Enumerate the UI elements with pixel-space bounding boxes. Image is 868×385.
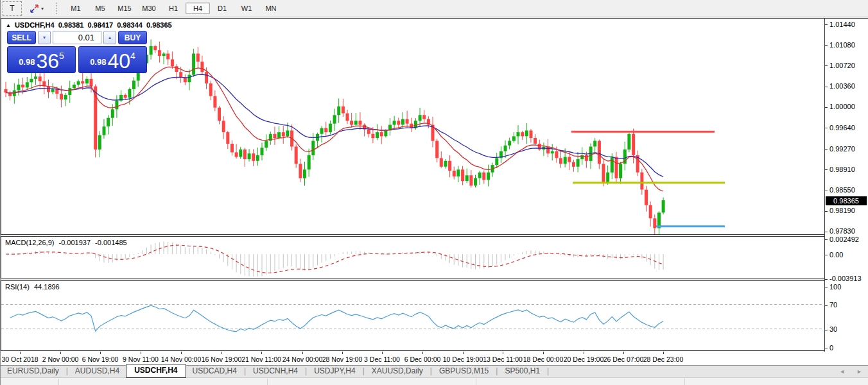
candle-body xyxy=(577,159,580,167)
tab-audusd-h4[interactable]: AUDUSD,H4 xyxy=(69,365,126,377)
candle-body xyxy=(153,46,157,50)
candle-body xyxy=(273,134,277,138)
tab-scroll-controls: ◄ ► xyxy=(839,368,862,375)
buy-price-big: 40 xyxy=(107,52,130,71)
time-tick-label: 16 Nov 19:00 xyxy=(202,355,241,363)
price-tick xyxy=(825,169,828,170)
macd-indicator-panel[interactable]: MACD(12,26,9) -0.001937 -0.001485 xyxy=(1,236,824,278)
timeframe-button-m30[interactable]: M30 xyxy=(137,3,161,14)
status-strip xyxy=(1,377,868,385)
time-tick xyxy=(623,352,624,354)
tab-usdjpy-h4[interactable]: USDJPY,H4 xyxy=(308,365,361,377)
tab-usdcad-h4[interactable]: USDCAD,H4 xyxy=(186,365,243,377)
time-tick-label: 9 Nov 11:00 xyxy=(123,355,159,363)
chart-title: ▲ USDCHF,H4 0.98381 0.98417 0.98344 0.98… xyxy=(6,21,172,29)
candle-body xyxy=(166,54,169,60)
tab-eurusd-daily[interactable]: EURUSD,Daily xyxy=(1,365,65,377)
lot-increase-button[interactable]: ▴ xyxy=(103,31,116,44)
tab-usdcnh-h4[interactable]: USDCNH,H4 xyxy=(247,365,304,377)
candle-body xyxy=(192,54,195,75)
time-axis[interactable]: 30 Oct 20182 Nov 00:006 Nov 19:009 Nov 1… xyxy=(1,352,868,365)
price-tick-label: 1.00360 xyxy=(829,82,855,90)
chevron-down-icon: ▾ xyxy=(41,6,44,12)
tab-usdchf-h4[interactable]: USDCHF,H4 xyxy=(126,364,186,378)
buy-price-button[interactable]: 0.98 40 4 xyxy=(78,46,147,73)
time-tick-label: 20 Dec 19:00 xyxy=(564,355,603,363)
candle-body xyxy=(384,130,387,136)
lot-decrease-button[interactable]: ▾ xyxy=(38,31,51,44)
candle-body xyxy=(47,87,50,92)
price-tick-label: 0.98550 xyxy=(829,186,855,194)
candle-body xyxy=(30,79,33,82)
price-tick-label: 1.01080 xyxy=(829,41,855,49)
timeframe-button-w1[interactable]: W1 xyxy=(234,3,259,14)
timeframe-button-h1[interactable]: H1 xyxy=(161,3,186,14)
candle-body xyxy=(602,164,605,182)
time-tick-label: 30 Oct 2018 xyxy=(1,355,38,363)
candle-body xyxy=(508,141,511,146)
price-axis[interactable]: 0.98365 1.014401.010801.007201.003601.00… xyxy=(824,18,868,352)
timeframe-button-mn[interactable]: MN xyxy=(259,3,283,14)
current-price-badge: 0.98365 xyxy=(826,196,867,205)
rsi-tick-label: 0 xyxy=(829,344,833,352)
price-tick-label: 1.01440 xyxy=(829,21,855,28)
time-tick xyxy=(261,352,262,354)
candle-body xyxy=(26,82,29,87)
time-tick xyxy=(382,352,383,354)
rsi-tick xyxy=(825,287,828,287)
timeframe-button-m15[interactable]: M15 xyxy=(112,3,137,14)
scroll-right-icon[interactable]: ► xyxy=(856,368,862,375)
candle-body xyxy=(645,190,648,205)
price-tick xyxy=(825,149,828,150)
candle-body xyxy=(243,150,247,159)
candle-body xyxy=(81,81,84,84)
tab-sp500-h1[interactable]: SP500,H1 xyxy=(498,365,546,377)
candle-body xyxy=(619,164,622,178)
arrow-objects-button[interactable]: ▾ xyxy=(23,2,50,15)
status-separator xyxy=(684,379,685,385)
scroll-left-icon[interactable]: ◄ xyxy=(839,368,845,375)
candle-body xyxy=(282,132,285,136)
candle-body xyxy=(598,141,601,164)
sell-price-button[interactable]: 0.98 36 5 xyxy=(7,46,76,73)
time-tick-label: 28 Dec 23:00 xyxy=(643,355,683,363)
time-tick xyxy=(584,352,584,354)
timeframe-button-d1[interactable]: D1 xyxy=(210,3,234,14)
time-tick-label: 28 Nov 19:00 xyxy=(322,355,362,363)
sell-button[interactable]: SELL xyxy=(7,31,36,44)
lot-size-input[interactable]: 0.01 xyxy=(53,31,101,44)
price-chart-panel[interactable]: ▲ USDCHF,H4 0.98381 0.98417 0.98344 0.98… xyxy=(1,18,824,235)
macd-histogram xyxy=(6,242,663,277)
buy-price-base: 0.98 xyxy=(90,57,106,67)
price-tick-label: 0.97830 xyxy=(829,227,855,235)
candle-body xyxy=(376,132,379,138)
price-tick-label: 0.99270 xyxy=(829,145,855,153)
timeframe-button-h4[interactable]: H4 xyxy=(186,3,210,14)
price-tick xyxy=(825,128,828,128)
buy-price-pip: 4 xyxy=(130,51,135,61)
timeframe-button-m5[interactable]: M5 xyxy=(88,3,112,14)
candle-body xyxy=(559,158,562,164)
rsi-tick-label: 70 xyxy=(829,301,837,309)
candle-body xyxy=(265,141,268,148)
buy-button[interactable]: BUY xyxy=(118,31,147,44)
candle-body xyxy=(525,130,528,136)
tab-xauusd-daily[interactable]: XAUUSD,Daily xyxy=(365,365,430,377)
candle-body xyxy=(311,141,315,155)
candle-body xyxy=(453,171,456,176)
candle-body xyxy=(303,169,306,178)
candle-body xyxy=(85,79,89,83)
candle-body xyxy=(495,158,498,165)
candle-body xyxy=(21,85,24,88)
rsi-indicator-panel[interactable]: RSI(14) 44.1896 xyxy=(1,280,824,351)
tab-gbpusd-m15[interactable]: GBPUSD,M15 xyxy=(433,365,495,377)
time-tick xyxy=(342,352,343,354)
toolbar-grip[interactable] xyxy=(56,3,60,14)
time-tick-label: 3 Dec 11:00 xyxy=(364,355,400,363)
candle-body xyxy=(51,89,55,92)
rsi-name: RSI(14) xyxy=(5,283,30,291)
candle-body xyxy=(649,205,652,219)
timeframe-button-m1[interactable]: M1 xyxy=(64,3,88,14)
symbol-period-label: USDCHF,H4 xyxy=(15,21,55,29)
text-label-tool-button[interactable]: T xyxy=(3,1,22,16)
